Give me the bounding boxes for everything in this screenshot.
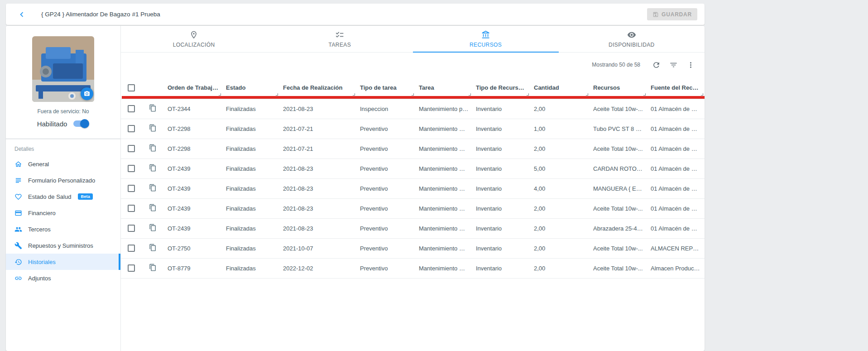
sidebar-item-historiales[interactable]: Historiales (6, 254, 120, 270)
sidebar-item-formulario-personalizado[interactable]: Formulario Personalizado (6, 172, 120, 188)
sidebar-item-terceros[interactable]: Terceros (6, 221, 120, 237)
credit-card-icon (14, 209, 22, 217)
app-window: { GP24 } Alimentador De Bagazo #1 Prueba… (6, 4, 705, 351)
column-header-recursos[interactable]: Recursos (590, 77, 647, 99)
sidebar-item-repuestos-y-suministros[interactable]: Repuestos y Suministros (6, 237, 120, 254)
copy-button[interactable] (149, 224, 157, 231)
table-cell: Inspeccion (356, 99, 415, 119)
table-cell: Mantenimiento Pr... (415, 198, 472, 218)
enabled-toggle[interactable] (72, 119, 89, 128)
row-checkbox[interactable] (128, 245, 135, 252)
table-row[interactable]: OT-2344 Finalizadas 2021-08-23 Inspeccio… (121, 99, 705, 119)
table-cell: 2021-08-23 (279, 218, 356, 238)
copy-icon (149, 144, 157, 152)
tab-tareas[interactable]: TAREAS (267, 26, 412, 52)
table-cell: 01 Almacén de Pr... (647, 178, 705, 198)
row-checkbox[interactable] (128, 125, 135, 132)
table-row[interactable]: OT-2439 Finalizadas 2021-08-23 Preventiv… (121, 159, 705, 178)
column-header-orden-de-trabajo[interactable]: Orden de Trabajo... (164, 77, 222, 99)
table-cell: OT-2439 (164, 159, 222, 178)
column-header-cantidad[interactable]: Cantidad (530, 77, 590, 99)
sidebar-item-label: Terceros (28, 226, 51, 233)
row-checkbox[interactable] (128, 205, 135, 212)
column-header-fecha-de-realizacion[interactable]: Fecha de Realización (279, 77, 356, 99)
save-button[interactable]: GUARDAR (647, 8, 697, 20)
row-checkbox[interactable] (128, 145, 135, 152)
out-of-service-text: Fuera de servicio: No (6, 108, 120, 115)
row-checkbox[interactable] (128, 105, 135, 112)
tab-label: RECURSOS (470, 42, 502, 48)
copy-icon (149, 264, 157, 271)
filter-list-icon (669, 61, 678, 69)
copy-icon (149, 164, 157, 172)
table-cell: 2021-07-21 (279, 139, 356, 159)
table-cell: 01 Almacén de Pr... (647, 159, 705, 178)
column-header-fuente-del-recurso[interactable]: Fuente del Recurs... (647, 77, 705, 99)
table-row[interactable]: OT-2298 Finalizadas 2021-07-21 Preventiv… (121, 139, 705, 159)
resources-table: Orden de Trabajo... Estado Fecha de Real… (121, 77, 705, 279)
bank-icon (481, 30, 490, 39)
table-cell: Finalizadas (222, 139, 279, 159)
checklist-icon (335, 30, 344, 39)
table-cell: Finalizadas (222, 99, 279, 119)
table-row[interactable]: OT-2298 Finalizadas 2021-07-21 Preventiv… (121, 119, 705, 139)
copy-button[interactable] (149, 204, 157, 212)
copy-icon (149, 184, 157, 192)
table-cell: Finalizadas (222, 258, 279, 278)
sidebar-item-label: Adjuntos (28, 275, 51, 282)
sidebar-item-estado-de-salud[interactable]: Estado de Salud Beta (6, 188, 120, 205)
table-row[interactable]: OT-2439 Finalizadas 2021-08-23 Preventiv… (121, 178, 705, 198)
copy-button[interactable] (149, 244, 157, 251)
wrench-icon (14, 242, 22, 250)
sidebar-item-general[interactable]: General (6, 156, 120, 172)
select-all-checkbox[interactable] (128, 84, 135, 91)
column-header-tipo-de-recurso[interactable]: Tipo de Recurso... (472, 77, 530, 99)
table-row[interactable]: OT-2439 Finalizadas 2021-08-23 Preventiv… (121, 198, 705, 218)
copy-button[interactable] (149, 264, 157, 271)
sidebar-item-financiero[interactable]: Financiero (6, 205, 120, 221)
column-header-estado[interactable]: Estado (222, 77, 279, 99)
tab-recursos[interactable]: RECURSOS (413, 26, 559, 52)
table-cell: 2,00 (530, 238, 590, 258)
table-row[interactable]: OT-8779 Finalizadas 2022-12-02 Preventiv… (121, 258, 705, 278)
table-cell: 01 Almacén de Pr... (647, 139, 705, 159)
copy-button[interactable] (149, 124, 157, 132)
row-checkbox[interactable] (128, 165, 135, 172)
row-checkbox[interactable] (128, 225, 135, 232)
tab-label: TAREAS (329, 42, 351, 48)
table-cell: Preventivo (356, 218, 415, 238)
column-header-tipo-de-tarea[interactable]: Tipo de tarea (356, 77, 415, 99)
table-cell: Finalizadas (222, 159, 279, 178)
table-cell: 4,00 (530, 178, 590, 198)
table-cell: Inventario (472, 258, 530, 278)
table-cell: Inventario (472, 178, 530, 198)
tab-disponibilidad[interactable]: DISPONIBILIDAD (559, 26, 705, 52)
copy-button[interactable] (149, 144, 157, 152)
back-button[interactable] (16, 9, 28, 20)
camera-icon (84, 91, 90, 97)
filter-button[interactable] (666, 57, 681, 72)
table-cell: 2,00 (530, 139, 590, 159)
table-row[interactable]: OT-2439 Finalizadas 2021-08-23 Preventiv… (121, 218, 705, 238)
table-cell: 2,00 (530, 258, 590, 278)
sidebar-item-label: Formulario Personalizado (28, 177, 95, 184)
sidebar-item-adjuntos[interactable]: Adjuntos (6, 270, 120, 286)
tab-localizacion[interactable]: LOCALIZACIÓN (121, 26, 267, 52)
asset-photo-section: Fuera de servicio: No Habilitado (6, 26, 120, 138)
copy-button[interactable] (149, 164, 157, 172)
table-cell: Preventivo (356, 119, 415, 139)
refresh-button[interactable] (648, 57, 664, 72)
camera-button[interactable] (81, 87, 93, 100)
table-cell: Mantenimiento Pr... (415, 159, 472, 178)
row-checkbox[interactable] (128, 264, 135, 272)
column-header-tarea[interactable]: Tarea (415, 77, 472, 99)
table-cell: ALMACEN REPUE... (647, 238, 705, 258)
row-checkbox[interactable] (128, 185, 135, 192)
top-bar: { GP24 } Alimentador De Bagazo #1 Prueba… (6, 4, 705, 25)
table-cell: 1,00 (530, 119, 590, 139)
copy-button[interactable] (149, 104, 157, 112)
table-cell: 2022-12-02 (279, 258, 356, 278)
table-row[interactable]: OT-2750 Finalizadas 2021-10-07 Preventiv… (121, 238, 705, 258)
more-options-button[interactable] (683, 57, 698, 72)
copy-button[interactable] (149, 184, 157, 192)
